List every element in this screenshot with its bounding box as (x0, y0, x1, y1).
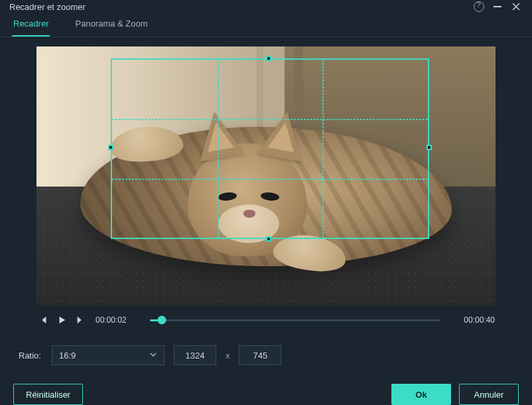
prev-frame-icon[interactable] (37, 314, 49, 326)
crop-handle-tl[interactable] (111, 58, 120, 68)
crop-handle-left[interactable] (108, 145, 113, 150)
playback-bar: 00:00:02 00:00:40 (9, 305, 523, 333)
next-frame-icon[interactable] (74, 314, 86, 326)
tab-panzoom[interactable]: Panorama & Zoom (74, 15, 149, 37)
seek-thumb[interactable] (157, 316, 166, 325)
play-icon[interactable] (56, 314, 68, 326)
height-value: 745 (253, 351, 268, 361)
ratio-select[interactable]: 16:9 (52, 345, 165, 365)
minimize-icon[interactable] (491, 0, 504, 13)
time-total: 00:00:40 (450, 315, 495, 325)
tab-crop-label: Recadrer (13, 19, 48, 29)
main: 00:00:02 00:00:40 (0, 37, 532, 333)
tab-crop[interactable]: Recadrer (12, 15, 50, 37)
video-preview[interactable] (36, 46, 496, 305)
ratio-select-value: 16:9 (59, 351, 76, 361)
cancel-button-label: Annuler (474, 390, 504, 400)
crop-handle-bl[interactable] (111, 230, 120, 239)
width-value: 1324 (186, 351, 205, 361)
crop-handle-br[interactable] (420, 230, 429, 239)
seek-slider[interactable] (150, 313, 440, 327)
ok-button[interactable]: Ok (391, 384, 451, 405)
help-icon[interactable] (472, 0, 486, 13)
ratio-bar: Ratio: 16:9 1324 x 745 (0, 336, 532, 374)
crop-grid-line (218, 60, 219, 238)
reset-button-label: Réinitialiser (26, 390, 70, 400)
crop-handle-right[interactable] (427, 145, 432, 150)
tabs: Recadrer Panorama & Zoom (0, 13, 532, 37)
window-title: Recadrer et zoomer (9, 2, 86, 12)
ok-button-label: Ok (415, 390, 427, 400)
crop-handle-bottom[interactable] (266, 236, 271, 242)
titlebar: Recadrer et zoomer (0, 0, 532, 13)
footer: Réinitialiser Ok Annuler (0, 377, 532, 405)
crop-grid-line (112, 179, 428, 180)
crop-frame[interactable] (111, 58, 429, 239)
crop-handle-top[interactable] (266, 56, 271, 61)
chevron-down-icon (149, 351, 157, 361)
ratio-label: Ratio: (19, 351, 41, 361)
dimension-separator: x (226, 351, 230, 361)
close-icon[interactable] (509, 0, 523, 13)
crop-grid-line (322, 60, 324, 238)
width-input[interactable]: 1324 (174, 345, 216, 365)
height-input[interactable]: 745 (239, 345, 281, 365)
reset-button[interactable]: Réinitialiser (13, 384, 83, 405)
tab-panzoom-label: Panorama & Zoom (75, 19, 147, 29)
time-current: 00:00:02 (96, 315, 141, 325)
crop-grid-line (112, 119, 428, 120)
cancel-button[interactable]: Annuler (459, 384, 519, 405)
crop-handle-tr[interactable] (420, 58, 429, 68)
